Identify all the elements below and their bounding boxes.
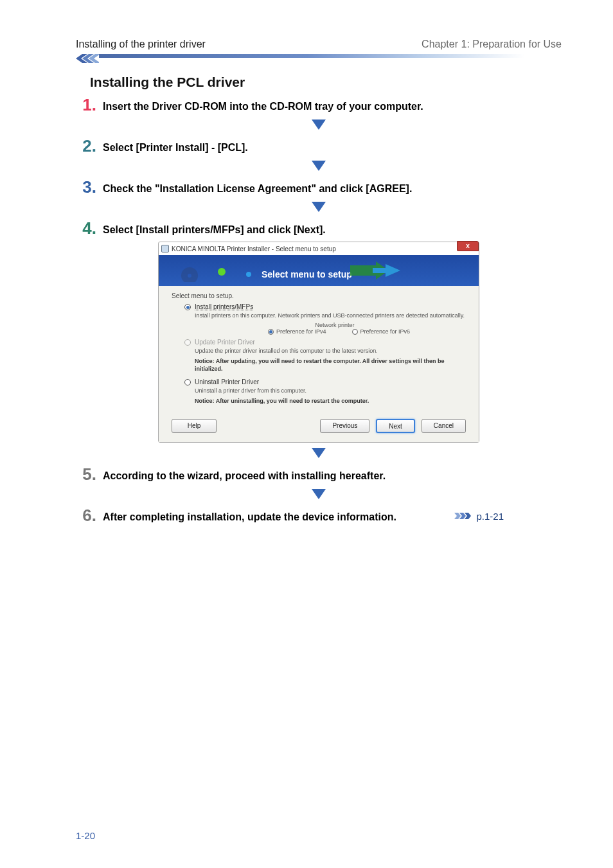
- arrow-separator: [76, 448, 562, 461]
- banner-arrow-icon: [350, 259, 408, 282]
- svg-point-7: [218, 268, 226, 276]
- step-number-2: 2.: [76, 137, 103, 154]
- update-notice: Notice: After updating, you will need to…: [195, 357, 466, 373]
- update-desc: Update the printer driver installed on t…: [195, 347, 466, 355]
- step-text-4: Select [Install printers/MFPs] and click…: [103, 221, 562, 237]
- cancel-button[interactable]: Cancel: [422, 419, 466, 433]
- svg-marker-11: [312, 448, 326, 458]
- step-2: 2. Select [Printer Install] - [PCL].: [76, 139, 562, 155]
- step-text-3: Check the "Installation License Agreemen…: [103, 180, 562, 196]
- step-text-2: Select [Printer Install] - [PCL].: [103, 139, 562, 155]
- svg-marker-5: [312, 202, 326, 212]
- dialog-banner: Select menu to setup: [159, 255, 479, 286]
- step-number-6: 6.: [76, 507, 103, 524]
- step-3: 3. Check the "Installation License Agree…: [76, 180, 562, 197]
- header-left: Installing of the printer driver: [76, 39, 206, 50]
- radio-install-printers[interactable]: Install printers/MFPs: [184, 303, 466, 310]
- step-number-1: 1.: [76, 96, 103, 113]
- step-5: 5. According to the wizard, proceed with…: [76, 467, 562, 484]
- radio-update-label: Update Printer Driver: [195, 339, 255, 346]
- dialog-titlebar: KONICA MINOLTA Printer Installer - Selec…: [159, 242, 479, 255]
- arrow-separator: [76, 202, 562, 215]
- step-1: 1. Insert the Driver CD-ROM into the CD-…: [76, 98, 562, 114]
- arrow-separator: [76, 489, 562, 502]
- dialog-button-row: Help Previous Next Cancel: [159, 414, 479, 442]
- radio-icon: [184, 339, 191, 346]
- step-text-6: After completing installation, update th…: [103, 508, 463, 524]
- radio-icon: [268, 329, 274, 335]
- install-desc: Install printers on this computer. Netwo…: [195, 312, 466, 319]
- link-arrow-icon: [454, 511, 472, 520]
- step-number-4: 4.: [76, 220, 103, 236]
- dialog-title: KONICA MINOLTA Printer Installer - Selec…: [172, 245, 336, 252]
- uninstall-desc: Uninstall a printer driver from this com…: [195, 387, 466, 394]
- page-reference-text: p.1-21: [476, 511, 504, 522]
- header-right: Chapter 1: Preparation for Use: [422, 39, 562, 50]
- radio-ipv4[interactable]: Preference for IPv4: [268, 328, 326, 335]
- chevrons-left-icon: [76, 54, 99, 63]
- radio-icon: [184, 304, 191, 310]
- step-number-3: 3.: [76, 179, 103, 195]
- step-text-5: According to the wizard, proceed with in…: [103, 467, 562, 483]
- step-4: 4. Select [Install printers/MFPs] and cl…: [76, 221, 562, 238]
- radio-uninstall-driver[interactable]: Uninstall Printer Driver: [184, 378, 466, 385]
- uninstall-notice: Notice: After uninstalling, you will nee…: [195, 397, 466, 405]
- header-divider: [76, 54, 562, 63]
- radio-install-label: Install printers/MFPs: [195, 303, 253, 310]
- radio-icon: [184, 379, 191, 385]
- banner-decor-icon: [178, 259, 274, 282]
- help-button[interactable]: Help: [172, 419, 217, 433]
- page-reference-link[interactable]: p.1-21: [454, 511, 504, 522]
- page-number: 1-20: [76, 830, 95, 841]
- radio-uninstall-label: Uninstall Printer Driver: [195, 378, 259, 385]
- network-printer-label: Network printer: [204, 322, 466, 328]
- arrow-separator: [76, 161, 562, 173]
- svg-marker-13: [454, 513, 461, 519]
- arrow-separator: [76, 120, 562, 132]
- svg-marker-12: [312, 489, 326, 499]
- dialog-body: Select menu to setup. Install printers/M…: [159, 286, 479, 414]
- select-menu-label: Select menu to setup.: [172, 292, 466, 299]
- previous-button[interactable]: Previous: [320, 419, 369, 433]
- radio-update-driver[interactable]: Update Printer Driver: [184, 339, 466, 346]
- installer-dialog: KONICA MINOLTA Printer Installer - Selec…: [158, 242, 479, 443]
- radio-ipv6[interactable]: Preference for IPv6: [352, 328, 411, 335]
- section-title: Installing the PCL driver: [90, 75, 562, 90]
- svg-point-8: [246, 272, 251, 277]
- svg-point-6: [184, 270, 195, 281]
- radio-icon: [352, 329, 358, 335]
- step-text-1: Insert the Driver CD-ROM into the CD-ROM…: [103, 98, 562, 114]
- close-button[interactable]: x: [457, 241, 479, 251]
- app-icon: [161, 245, 169, 252]
- svg-marker-3: [312, 120, 326, 130]
- step-number-5: 5.: [76, 466, 103, 483]
- svg-marker-4: [312, 161, 326, 171]
- banner-title: Select menu to setup: [262, 269, 352, 279]
- next-button[interactable]: Next: [376, 419, 415, 433]
